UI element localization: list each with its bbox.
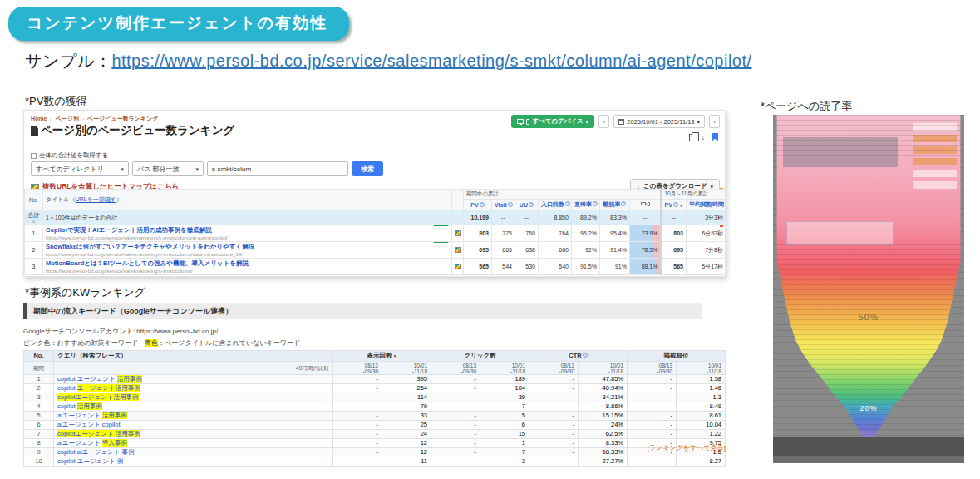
sample-line: サンプル：https://www.persol-bd.co.jp/service… (25, 50, 752, 72)
date-range-picker[interactable]: 2025/10/01 - 2025/11/18 (613, 115, 705, 128)
hide-url-link[interactable]: URLを一部隠す (76, 196, 116, 202)
kw-query-link[interactable]: copilot エージェント活用事例 (57, 384, 140, 392)
help-icon[interactable] (529, 202, 534, 207)
sample-url-link[interactable]: https://www.persol-bd.co.jp/service/sale… (111, 52, 751, 70)
col-header-avg-time[interactable]: 平均閲覧時間 (686, 200, 726, 210)
kw-imp-new: 11 (382, 457, 431, 467)
kw-ctr-new: 27.27% (579, 457, 628, 467)
heatmap-icon[interactable] (455, 230, 461, 236)
kw-pos-new: 1.46 (677, 384, 726, 393)
dashboard-title: ページ別のページビュー数ランキング (41, 123, 234, 138)
total-exit: 83.3% (599, 210, 629, 225)
kw-clicks-old: - (431, 384, 480, 393)
kw-imp-new: 33 (382, 412, 431, 421)
kw-clicks-old: - (431, 412, 480, 421)
total-value-checkbox[interactable] (31, 153, 37, 159)
row-heatmap-cell (451, 259, 463, 275)
help-icon[interactable] (508, 202, 513, 207)
col-header-pv-oct-nov[interactable]: PV (661, 200, 686, 210)
help-icon[interactable] (673, 202, 678, 207)
col-header-bounce[interactable]: 直帰率 (571, 200, 599, 210)
kw-query-cell: aiエージェント 導入事例 (54, 439, 333, 448)
keyword-row: 10 copilot エージェント 例 - 11 - 3 - 27.27% - … (24, 457, 726, 467)
read-rate-heatmap: 50% 20% (773, 115, 964, 463)
bounce-value: 96.2% (571, 225, 599, 242)
kw-col-ctr[interactable]: CTR (529, 351, 628, 362)
date-prev-button[interactable]: ‹ (598, 115, 609, 128)
section-label-pv: *PV数の獲得 (25, 94, 87, 109)
directory-select[interactable]: すべてのディレクトリ (31, 161, 129, 176)
page-title-link[interactable]: Snowflakeは何がすごい？アーキテクチャやメリットをわかりやすく解説 (46, 243, 254, 250)
total-value-checkbox-row: 全体の合計値を取得する (31, 151, 108, 160)
kw-col-clicks[interactable]: クリック数 (431, 351, 529, 362)
seo-badge: SEO (433, 225, 449, 227)
help-icon[interactable] (593, 201, 598, 206)
help-icon[interactable] (583, 353, 588, 358)
exit-value: 91% (599, 259, 629, 275)
visit-value: 544 (491, 259, 515, 275)
breadcrumb-current[interactable]: ページビュー数ランキング (87, 116, 158, 121)
kw-query-link[interactable]: aiエージェント copilot (57, 421, 120, 428)
kw-query-link[interactable]: copilotエージェント活用事例 (57, 393, 139, 401)
kw-imp-old: - (333, 384, 382, 393)
help-icon[interactable] (565, 201, 570, 206)
page-title-link[interactable]: MotionBoardとは？BIツールとしての強みや機能、導入メリットを解説 (46, 259, 249, 267)
kw-col-position[interactable]: 掲載順位 (628, 351, 726, 362)
kw-query-cell: aiエージェント copilot (54, 421, 333, 430)
kw-query-link[interactable]: copilotエージェント 活用事例 (57, 430, 140, 437)
legend-yellow-word: 黄色 (145, 339, 158, 347)
kw-query-cell: copilot aiエージェント 事例 (54, 448, 333, 457)
help-icon[interactable] (480, 202, 485, 207)
match-type-select[interactable]: パス 部分一致 (132, 161, 204, 176)
kw-query-link[interactable]: copilot aiエージェント 事例 (57, 448, 135, 456)
kw-compare-label: 49日間の比較 (54, 362, 333, 375)
page-title-cell: Snowflakeは何がすごい？アーキテクチャやメリットをわかりやすく解説 SE… (43, 242, 452, 259)
kw-row-number: 7 (24, 430, 54, 439)
col-header-visit[interactable]: Visit (491, 200, 515, 210)
heatmap-icon[interactable] (455, 247, 461, 253)
col-header-exit[interactable]: 離脱率 (599, 200, 629, 210)
report-copy-icon[interactable] (689, 134, 695, 141)
see-all-rankings-link[interactable]: [ランキングをすべて見る] (648, 443, 726, 452)
seo-badge: SEO (433, 259, 449, 260)
col-header-entry[interactable]: 入口回数 (538, 200, 571, 210)
kw-clicks-new: 1 (480, 439, 529, 448)
kw-pos-new: 8.61 (677, 412, 726, 421)
path-filter-input[interactable] (207, 161, 348, 176)
kw-clicks-new: 3 (480, 457, 529, 467)
uu-value: 638 (515, 242, 538, 259)
kw-row-number: 1 (24, 375, 54, 384)
kw-ctr-new: 34.21% (579, 393, 628, 402)
download-icon[interactable] (702, 134, 706, 141)
search-button[interactable]: 検索 (352, 161, 383, 176)
device-ratio-value: 78.5% (629, 242, 661, 259)
col-header-title: タイトル（URLを一部隠す） (43, 190, 452, 210)
col-header-pv[interactable]: PV (463, 200, 491, 210)
kw-query-link[interactable]: copilot エージェント 例 (57, 457, 123, 465)
pv-ranking-table: No. タイトル（URLを一部隠す） 期間中の累計 10月～11月の累計 PV … (24, 189, 726, 275)
dashboard-top-controls: すべてのデバイス ‹ 2025/10/01 - 2025/11/18 › (511, 115, 720, 128)
kw-imp-new: 79 (382, 402, 431, 412)
kw-query-link[interactable]: aiエージェント 活用事例 (57, 412, 127, 419)
kw-imp-old: - (333, 375, 382, 384)
date-next-button[interactable]: › (709, 115, 720, 128)
page-title-link[interactable]: Copilotで実現！AIエージェント活用の成功事例を徹底解説 (46, 226, 212, 234)
kw-query-link[interactable]: aiエージェント 導入事例 (57, 439, 127, 447)
heatmap-icon[interactable] (455, 264, 461, 269)
bookmark-icon[interactable] (712, 133, 718, 141)
device-filter-button[interactable]: すべてのデバイス (511, 115, 594, 128)
sort-desc-icon (679, 203, 683, 208)
kw-clicks-new: 6 (480, 421, 529, 430)
kw-ctr-old: - (529, 375, 579, 384)
breadcrumb-home[interactable]: Home (31, 116, 47, 121)
help-icon[interactable] (621, 201, 626, 206)
avg-time-value: 7分8秒 (686, 242, 726, 259)
kw-col-impressions[interactable]: 表示回数 (333, 351, 431, 362)
kw-pos-old: - (628, 402, 677, 412)
breadcrumb-page-type[interactable]: ページ別 (55, 116, 78, 121)
col-header-uu[interactable]: UU (515, 200, 538, 210)
close-icon[interactable] (27, 220, 40, 224)
kw-query-link[interactable]: copilot 活用事例 (57, 402, 102, 410)
kw-query-link[interactable]: copilot エージェント 活用事例 (57, 375, 142, 383)
kw-clicks-old: - (431, 439, 480, 448)
